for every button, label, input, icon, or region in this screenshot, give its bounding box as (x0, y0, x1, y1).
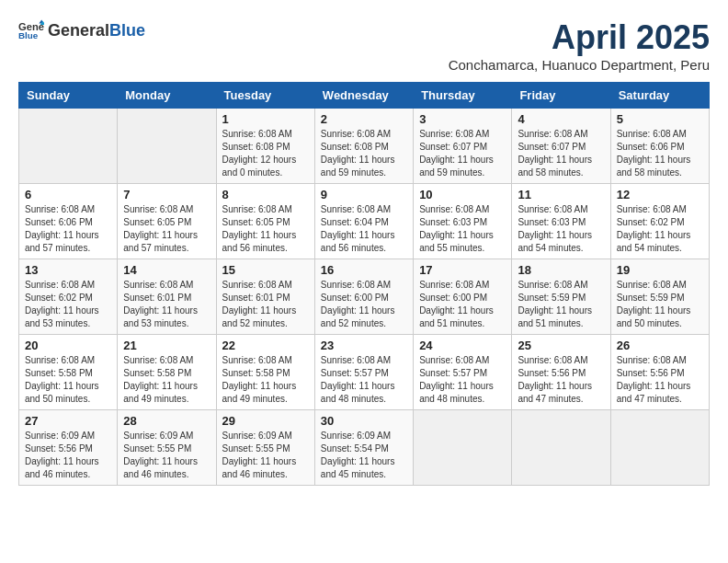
calendar-cell (610, 410, 709, 486)
logo: General Blue GeneralBlue (18, 18, 145, 44)
calendar-header-row: SundayMondayTuesdayWednesdayThursdayFrid… (19, 83, 710, 109)
day-info: Sunrise: 6:08 AM Sunset: 6:08 PM Dayligh… (321, 128, 407, 179)
calendar-cell: 10Sunrise: 6:08 AM Sunset: 6:03 PM Dayli… (414, 184, 512, 259)
day-info: Sunrise: 6:08 AM Sunset: 5:56 PM Dayligh… (518, 354, 604, 406)
calendar-cell: 11Sunrise: 6:08 AM Sunset: 6:03 PM Dayli… (512, 184, 610, 259)
day-info: Sunrise: 6:08 AM Sunset: 5:58 PM Dayligh… (123, 354, 210, 406)
calendar-cell: 21Sunrise: 6:08 AM Sunset: 5:58 PM Dayli… (118, 335, 216, 410)
day-info: Sunrise: 6:09 AM Sunset: 5:56 PM Dayligh… (25, 430, 111, 481)
day-info: Sunrise: 6:08 AM Sunset: 6:00 PM Dayligh… (419, 279, 506, 330)
logo-general: General (48, 21, 109, 40)
day-number: 27 (25, 414, 111, 428)
day-number: 28 (123, 414, 210, 428)
day-number: 4 (518, 112, 604, 126)
calendar-cell: 7Sunrise: 6:08 AM Sunset: 6:05 PM Daylig… (118, 184, 216, 259)
calendar-cell: 12Sunrise: 6:08 AM Sunset: 6:02 PM Dayli… (610, 184, 709, 259)
calendar-cell (118, 109, 216, 184)
day-number: 6 (25, 188, 111, 201)
day-info: Sunrise: 6:08 AM Sunset: 6:03 PM Dayligh… (419, 203, 506, 255)
day-number: 13 (25, 263, 111, 277)
day-number: 24 (419, 339, 506, 352)
calendar-day-header: Saturday (610, 83, 709, 109)
day-number: 20 (25, 339, 111, 352)
calendar-day-header: Wednesday (314, 83, 413, 109)
day-number: 1 (222, 112, 309, 126)
calendar-day-header: Friday (512, 83, 610, 109)
logo-blue: Blue (109, 21, 145, 40)
calendar-cell: 5Sunrise: 6:08 AM Sunset: 6:06 PM Daylig… (610, 109, 709, 184)
calendar-cell: 19Sunrise: 6:08 AM Sunset: 5:59 PM Dayli… (610, 259, 709, 335)
day-number: 29 (222, 414, 309, 428)
day-number: 2 (321, 112, 407, 126)
calendar-day-header: Thursday (414, 83, 512, 109)
subtitle: Conchamarca, Huanuco Department, Peru (449, 57, 710, 73)
day-info: Sunrise: 6:08 AM Sunset: 6:06 PM Dayligh… (617, 128, 703, 179)
day-info: Sunrise: 6:08 AM Sunset: 6:04 PM Dayligh… (321, 203, 407, 255)
day-number: 15 (222, 263, 309, 277)
calendar-week-row: 6Sunrise: 6:08 AM Sunset: 6:06 PM Daylig… (19, 184, 710, 259)
day-number: 19 (617, 263, 703, 277)
day-info: Sunrise: 6:08 AM Sunset: 6:06 PM Dayligh… (25, 203, 111, 255)
calendar-cell (414, 410, 512, 486)
day-number: 3 (419, 112, 506, 126)
calendar-cell: 29Sunrise: 6:09 AM Sunset: 5:55 PM Dayli… (216, 410, 314, 486)
day-info: Sunrise: 6:08 AM Sunset: 6:08 PM Dayligh… (222, 128, 309, 179)
day-info: Sunrise: 6:08 AM Sunset: 5:56 PM Dayligh… (617, 354, 703, 406)
calendar-cell: 27Sunrise: 6:09 AM Sunset: 5:56 PM Dayli… (19, 410, 118, 486)
day-info: Sunrise: 6:08 AM Sunset: 6:05 PM Dayligh… (123, 203, 210, 255)
day-info: Sunrise: 6:08 AM Sunset: 6:01 PM Dayligh… (123, 279, 210, 330)
calendar-cell: 28Sunrise: 6:09 AM Sunset: 5:55 PM Dayli… (118, 410, 216, 486)
calendar-cell: 22Sunrise: 6:08 AM Sunset: 5:58 PM Dayli… (216, 335, 314, 410)
day-number: 22 (222, 339, 309, 352)
calendar-cell: 9Sunrise: 6:08 AM Sunset: 6:04 PM Daylig… (314, 184, 413, 259)
day-number: 23 (321, 339, 407, 352)
calendar-cell (512, 410, 610, 486)
calendar-cell: 1Sunrise: 6:08 AM Sunset: 6:08 PM Daylig… (216, 109, 314, 184)
day-info: Sunrise: 6:08 AM Sunset: 6:05 PM Dayligh… (222, 203, 309, 255)
calendar-cell: 26Sunrise: 6:08 AM Sunset: 5:56 PM Dayli… (610, 335, 709, 410)
day-info: Sunrise: 6:08 AM Sunset: 6:01 PM Dayligh… (222, 279, 309, 330)
day-number: 16 (321, 263, 407, 277)
calendar-cell: 30Sunrise: 6:09 AM Sunset: 5:54 PM Dayli… (314, 410, 413, 486)
day-number: 5 (617, 112, 703, 126)
day-info: Sunrise: 6:08 AM Sunset: 5:57 PM Dayligh… (419, 354, 506, 406)
day-number: 30 (321, 414, 407, 428)
day-info: Sunrise: 6:08 AM Sunset: 6:07 PM Dayligh… (419, 128, 506, 179)
calendar-cell: 4Sunrise: 6:08 AM Sunset: 6:07 PM Daylig… (512, 109, 610, 184)
day-number: 8 (222, 188, 309, 201)
day-info: Sunrise: 6:08 AM Sunset: 6:02 PM Dayligh… (25, 279, 111, 330)
page-header: General Blue GeneralBlue April 2025 Conc… (18, 18, 710, 73)
calendar-week-row: 1Sunrise: 6:08 AM Sunset: 6:08 PM Daylig… (19, 109, 710, 184)
calendar-cell: 15Sunrise: 6:08 AM Sunset: 6:01 PM Dayli… (216, 259, 314, 335)
calendar-cell: 25Sunrise: 6:08 AM Sunset: 5:56 PM Dayli… (512, 335, 610, 410)
day-number: 26 (617, 339, 703, 352)
calendar-week-row: 20Sunrise: 6:08 AM Sunset: 5:58 PM Dayli… (19, 335, 710, 410)
day-info: Sunrise: 6:08 AM Sunset: 5:59 PM Dayligh… (518, 279, 604, 330)
logo-icon: General Blue (18, 18, 44, 44)
day-number: 17 (419, 263, 506, 277)
day-info: Sunrise: 6:08 AM Sunset: 5:58 PM Dayligh… (25, 354, 111, 406)
svg-text:Blue: Blue (18, 30, 39, 40)
day-number: 9 (321, 188, 407, 201)
day-number: 25 (518, 339, 604, 352)
calendar-day-header: Sunday (19, 83, 118, 109)
day-number: 10 (419, 188, 506, 201)
day-info: Sunrise: 6:08 AM Sunset: 6:02 PM Dayligh… (617, 203, 703, 255)
calendar-cell: 8Sunrise: 6:08 AM Sunset: 6:05 PM Daylig… (216, 184, 314, 259)
day-info: Sunrise: 6:08 AM Sunset: 5:59 PM Dayligh… (617, 279, 703, 330)
main-title: April 2025 (449, 18, 710, 57)
calendar-cell: 6Sunrise: 6:08 AM Sunset: 6:06 PM Daylig… (19, 184, 118, 259)
calendar-cell: 18Sunrise: 6:08 AM Sunset: 5:59 PM Dayli… (512, 259, 610, 335)
day-info: Sunrise: 6:09 AM Sunset: 5:54 PM Dayligh… (321, 430, 407, 481)
calendar-table: SundayMondayTuesdayWednesdayThursdayFrid… (18, 82, 710, 486)
day-info: Sunrise: 6:08 AM Sunset: 6:00 PM Dayligh… (321, 279, 407, 330)
day-number: 18 (518, 263, 604, 277)
day-info: Sunrise: 6:08 AM Sunset: 6:07 PM Dayligh… (518, 128, 604, 179)
calendar-cell: 3Sunrise: 6:08 AM Sunset: 6:07 PM Daylig… (414, 109, 512, 184)
calendar-cell (19, 109, 118, 184)
calendar-week-row: 13Sunrise: 6:08 AM Sunset: 6:02 PM Dayli… (19, 259, 710, 335)
calendar-week-row: 27Sunrise: 6:09 AM Sunset: 5:56 PM Dayli… (19, 410, 710, 486)
calendar-cell: 2Sunrise: 6:08 AM Sunset: 6:08 PM Daylig… (314, 109, 413, 184)
calendar-day-header: Monday (118, 83, 216, 109)
day-number: 21 (123, 339, 210, 352)
